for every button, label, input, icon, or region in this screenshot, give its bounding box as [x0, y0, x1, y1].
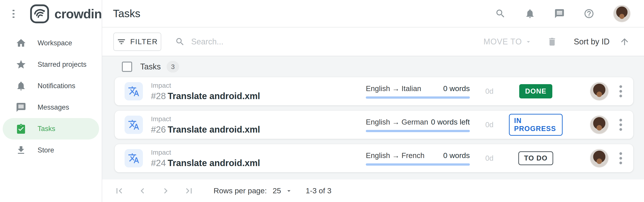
filter-icon	[117, 37, 126, 46]
brand-name: crowdin	[54, 6, 102, 21]
task-info: Impact #26Translate android.xml	[151, 115, 366, 135]
list-header-label: Tasks	[140, 62, 161, 71]
translate-icon	[124, 149, 143, 167]
crowdin-logo[interactable]: crowdin	[29, 3, 102, 24]
sort-label: Sort by ID	[574, 37, 610, 46]
status-badge: DONE	[519, 84, 552, 98]
task-clipboard-icon	[16, 123, 26, 134]
progress-bar	[366, 163, 470, 166]
progress-bar	[366, 130, 470, 132]
task-due: 0d	[470, 154, 509, 163]
task-info: Impact #28Translate android.xml	[151, 82, 366, 101]
task-progress-block: English → French 0 words	[366, 151, 470, 166]
sidebar-item-starred-projects[interactable]: Starred projects	[3, 54, 99, 75]
previous-page-button[interactable]	[137, 186, 148, 196]
chevron-down-icon	[524, 38, 532, 45]
task-languages: English → Italian	[366, 84, 421, 93]
sidebar-item-workspace[interactable]: Workspace	[3, 32, 99, 54]
last-page-button[interactable]	[184, 186, 194, 196]
search-field	[175, 37, 484, 47]
task-info: Impact #24Translate android.xml	[151, 149, 366, 168]
assignee-avatar[interactable]	[590, 149, 609, 168]
progress-bar	[366, 96, 470, 99]
home-icon	[16, 38, 26, 48]
first-page-button[interactable]	[114, 186, 124, 196]
assignee-avatar[interactable]	[590, 82, 609, 101]
task-count-badge: 3	[166, 61, 179, 73]
table-row[interactable]: Impact #28Translate android.xml English …	[115, 77, 633, 105]
select-all-checkbox[interactable]	[122, 62, 132, 72]
sidebar-item-messages[interactable]: Messages	[3, 97, 99, 118]
top-bar: Tasks	[102, 0, 644, 27]
task-project: Impact	[151, 115, 366, 123]
first-page-icon	[114, 186, 124, 196]
sort-control[interactable]: Sort by ID	[574, 37, 630, 47]
task-progress-block: English → Italian 0 words	[366, 84, 470, 99]
sidebar-item-label: Tasks	[38, 125, 55, 133]
filter-button[interactable]: FILTER	[113, 33, 161, 51]
task-languages: English → German	[366, 118, 428, 126]
sidebar-item-label: Workspace	[38, 39, 72, 47]
task-id: #24	[151, 158, 166, 168]
chevron-right-icon	[160, 186, 171, 196]
task-status-cell: TO DO	[509, 151, 562, 165]
translate-icon	[124, 116, 143, 134]
kebab-menu-icon[interactable]	[618, 82, 624, 101]
notifications-bell-icon[interactable]	[524, 8, 535, 19]
help-icon[interactable]	[584, 8, 594, 19]
task-due: 0d	[470, 87, 509, 96]
kebab-menu-icon[interactable]	[618, 115, 624, 134]
task-title: Translate android.xml	[168, 125, 260, 134]
sidebar-item-label: Messages	[38, 103, 69, 111]
kebab-menu-icon[interactable]	[618, 149, 624, 168]
sidebar: crowdin Workspace Starred projects Notif…	[0, 0, 102, 202]
task-id: #28	[151, 91, 166, 101]
list-header: Tasks 3	[102, 56, 644, 77]
sidebar-item-tasks[interactable]: Tasks	[3, 118, 99, 140]
translate-icon	[124, 82, 143, 100]
task-id: #26	[151, 125, 166, 134]
table-row[interactable]: Impact #24Translate android.xml English …	[115, 144, 633, 172]
rows-per-page-value[interactable]: 25	[272, 186, 281, 195]
logo-row: crowdin	[0, 0, 102, 27]
task-due: 0d	[470, 121, 509, 129]
arrow-up-icon	[620, 37, 630, 47]
search-icon[interactable]	[495, 8, 506, 19]
next-page-button[interactable]	[160, 186, 171, 196]
delete-button[interactable]	[547, 37, 557, 47]
task-title: Translate android.xml	[168, 91, 260, 101]
last-page-icon	[184, 186, 194, 196]
task-languages: English → French	[366, 151, 424, 160]
page-title: Tasks	[113, 7, 140, 20]
rows-per-page-dropdown[interactable]	[285, 187, 293, 195]
toolbar-right-actions: MOVE TO Sort by ID	[484, 37, 644, 47]
filter-button-label: FILTER	[130, 37, 158, 46]
topbar-actions	[495, 5, 630, 22]
sidebar-item-store[interactable]: Store	[3, 140, 99, 161]
move-to-dropdown[interactable]: MOVE TO	[484, 37, 532, 46]
user-avatar[interactable]	[613, 5, 630, 22]
status-badge: TO DO	[518, 151, 553, 165]
sidebar-item-label: Starred projects	[38, 60, 86, 68]
task-status-cell: IN PROGRESS	[509, 114, 562, 136]
message-icon	[16, 102, 26, 113]
search-input[interactable]	[191, 37, 325, 46]
task-progress-block: English → German 0 words left	[366, 118, 470, 132]
sidebar-item-label: Store	[38, 146, 54, 154]
star-icon	[16, 59, 26, 70]
sidebar-item-notifications[interactable]: Notifications	[3, 75, 99, 97]
task-words: 0 words left	[431, 118, 470, 126]
bell-icon	[16, 81, 26, 91]
sidebar-item-label: Notifications	[38, 82, 75, 90]
assignee-avatar[interactable]	[590, 115, 609, 134]
tasks-toolbar: FILTER MOVE TO Sort by ID	[102, 27, 644, 56]
sidebar-nav: Workspace Starred projects Notifications…	[0, 27, 102, 161]
download-icon	[16, 145, 26, 156]
task-words: 0 words	[443, 84, 470, 93]
menu-icon[interactable]	[12, 8, 14, 20]
table-row[interactable]: Impact #26Translate android.xml English …	[115, 111, 633, 139]
messages-icon[interactable]	[554, 8, 565, 19]
move-to-label: MOVE TO	[484, 37, 522, 46]
search-icon	[175, 37, 185, 47]
rows-per-page-label: Rows per page:	[214, 186, 267, 195]
